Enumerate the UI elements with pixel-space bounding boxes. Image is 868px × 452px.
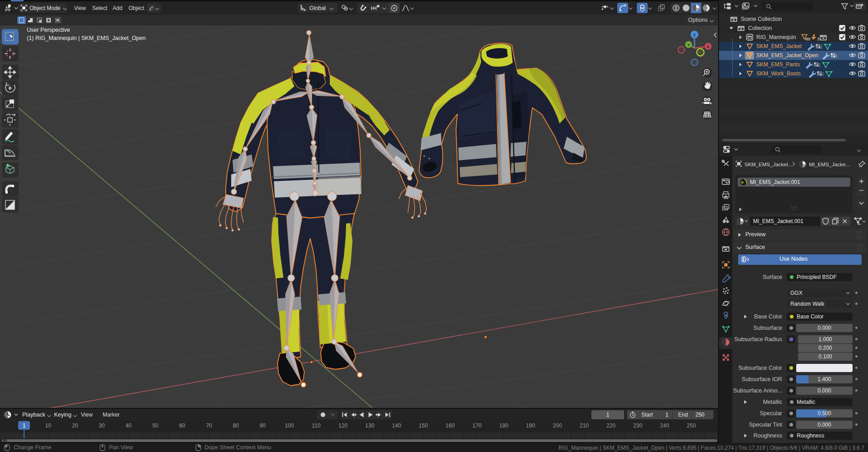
svg-text:170: 170 (472, 422, 481, 429)
svg-text:90: 90 (259, 422, 266, 429)
svg-text:120: 120 (338, 422, 347, 429)
svg-text:X: X (707, 44, 710, 49)
svg-text:50: 50 (152, 422, 159, 429)
svg-text:160: 160 (446, 422, 455, 429)
svg-text:250: 250 (687, 422, 696, 429)
svg-text:40: 40 (125, 422, 132, 429)
svg-text:20: 20 (72, 422, 78, 429)
svg-text:200: 200 (553, 422, 562, 429)
svg-text:1: 1 (23, 422, 26, 429)
svg-text:140: 140 (392, 422, 401, 429)
svg-text:Y: Y (687, 42, 690, 47)
svg-text:150: 150 (419, 422, 428, 429)
svg-text:10: 10 (45, 422, 51, 429)
svg-text:70: 70 (206, 422, 212, 429)
svg-text:(1) RIG_Mannequin | SKM_EMS_Ja: (1) RIG_Mannequin | SKM_EMS_Jacket_Open (27, 35, 146, 41)
svg-text:230: 230 (633, 422, 642, 429)
svg-text:220: 220 (606, 422, 615, 429)
svg-text:240: 240 (660, 422, 669, 429)
svg-text:130: 130 (365, 422, 374, 429)
svg-text:110: 110 (312, 422, 321, 429)
svg-text:210: 210 (580, 422, 589, 429)
svg-text:80: 80 (806, 37, 810, 41)
svg-text:MI_EMS_Jacke...: MI_EMS_Jacke... (809, 162, 850, 167)
svg-text:180: 180 (499, 422, 508, 429)
svg-text:100: 100 (285, 422, 294, 429)
svg-text:190: 190 (526, 422, 535, 429)
svg-text:Z: Z (693, 32, 696, 37)
svg-text:60: 60 (179, 422, 185, 429)
svg-text:User Perspective: User Perspective (27, 27, 70, 33)
svg-text:30: 30 (99, 422, 105, 429)
svg-text:SKM_EMS_Jacket...: SKM_EMS_Jacket... (744, 162, 792, 167)
svg-text:80: 80 (233, 422, 239, 429)
svg-text:3: 3 (817, 37, 819, 41)
